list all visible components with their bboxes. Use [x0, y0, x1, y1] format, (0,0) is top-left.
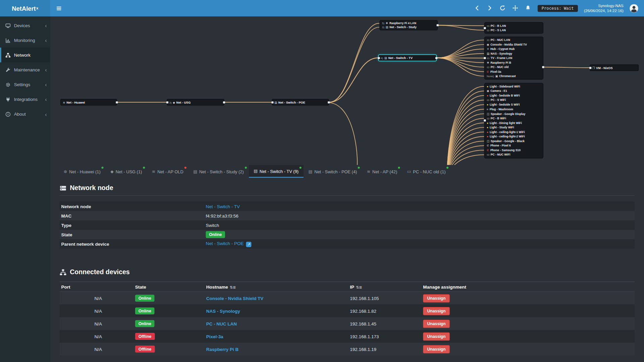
- state-badge: Offline: [135, 333, 155, 340]
- process-status-badge[interactable]: Process: Wait: [537, 5, 578, 12]
- top-bar: NetAlertx Process: Wait Synology-NAS (26…: [0, 0, 644, 16]
- parent-node-link[interactable]: Net - Switch - POE: [206, 241, 244, 246]
- tab-label: Net - Switch - Study (2): [199, 169, 244, 174]
- unassign-button[interactable]: Unassign: [423, 307, 450, 315]
- topology-device-pc-s-wifi[interactable]: ▭PC - S WiFi: [485, 98, 543, 103]
- topology-device-hub-cygnet-hub[interactable]: ✳Hub - Cygnet Hub: [485, 47, 543, 51]
- tv-icon: ▭: [487, 57, 489, 60]
- tab-net-usg-1[interactable]: ◆Net - USG (1): [106, 165, 147, 178]
- topology-device-light-bedside-s-wifi[interactable]: ●Light - bedside S WiFi: [485, 102, 543, 107]
- device-label: Camera - E1: [490, 89, 507, 93]
- vm-icon: ❐: [592, 66, 595, 69]
- settings-icon: [5, 82, 11, 87]
- node-label: Net - USG: [176, 100, 191, 104]
- device-label: Hub - Cygnet Hub: [490, 48, 515, 51]
- device-label: Pixel-3a: [490, 70, 501, 73]
- unassign-button[interactable]: Unassign: [423, 332, 450, 340]
- unassign-button[interactable]: Unassign: [423, 345, 450, 353]
- topology-device-raspberry-pi-4-lan[interactable]: 5)❖Raspberry Pi 4 LAN: [380, 21, 437, 25]
- sidebar-item-integrations[interactable]: Integrations‹: [0, 92, 50, 107]
- sidebar-item-settings[interactable]: Settings‹: [0, 77, 50, 92]
- topology-node-net-usg[interactable]: 3)◆Net - USG: [167, 99, 224, 105]
- tab-net-huawei-1[interactable]: ⊕Net - Huawei (1): [59, 165, 105, 178]
- tab-net-ap-old[interactable]: ≋Net - AP OLD: [147, 165, 188, 178]
- topology-device-plug-washroom[interactable]: ≡Plug - Washroom: [485, 107, 543, 112]
- topology-device-nas-synology[interactable]: ▤NAS - Synology: [485, 51, 543, 56]
- device-label: NAS - Synology: [491, 52, 512, 55]
- topology-device-phone-pixel-6[interactable]: ✆Phone - Pixel 6: [485, 143, 543, 148]
- topology-device-speaker-google-black[interactable]: ◫Speaker - Google - Black: [485, 139, 543, 143]
- tab-net-switch-poe-4[interactable]: ▤Net - Switch - POE (4): [304, 165, 362, 178]
- column-header-ip[interactable]: IP⇅≣: [350, 284, 423, 289]
- topology-device-raspberry-pi-b[interactable]: ❖Raspberry Pi B: [485, 60, 543, 65]
- sort-icon[interactable]: ⇅≣: [356, 285, 362, 289]
- topology-node-net-huawei[interactable]: ≋Net - Huawei: [61, 99, 117, 105]
- hostname-link[interactable]: Raspberry Pi B: [206, 347, 239, 352]
- topology-device-pc-b-wifi[interactable]: ▭PC - B WiFi: [485, 116, 543, 121]
- phone-icon: ✆: [487, 149, 489, 152]
- topology-device-light-ceiling-light-1-wifi[interactable]: ●Light - ceiling-light-1 WiFi: [485, 130, 543, 134]
- hostname-link[interactable]: Pixel-3a: [206, 334, 223, 339]
- user-avatar[interactable]: [630, 4, 638, 13]
- topology-node-net-switch-tv[interactable]: 4)▤Net - Switch - TV: [379, 55, 436, 61]
- sidebar-item-devices[interactable]: Devices‹: [0, 18, 50, 33]
- hostname-link[interactable]: Console - Nvidia Shield TV: [206, 296, 264, 301]
- back-icon[interactable]: [474, 5, 481, 12]
- sidebar-item-maintenance[interactable]: Maintenance‹: [0, 62, 50, 77]
- topology-device-light-study-wifi[interactable]: ●Light - Study WiFi: [485, 125, 543, 130]
- topology-device-pc-nuc-old[interactable]: ▭PC - NUC old: [485, 65, 543, 69]
- forward-icon[interactable]: [487, 5, 493, 12]
- move-icon[interactable]: [512, 5, 519, 12]
- hostname-link[interactable]: PC - NUC LAN: [206, 321, 237, 326]
- topology-device-pc-nuc-lan[interactable]: ▭PC - NUC LAN: [485, 38, 543, 42]
- unassign-button[interactable]: Unassign: [423, 319, 450, 327]
- topology-group-pcb: ▭PC - B LAN▭PC - S LAN: [485, 22, 543, 33]
- network-topology[interactable]: ≋Net - Huawei3)◆Net - USG▤Net - Switch -…: [50, 16, 644, 165]
- raspberry-icon: ❖: [386, 22, 388, 25]
- host-name: Synology-NAS: [584, 3, 624, 8]
- wifi-icon: ≋: [152, 169, 155, 173]
- topology-node-net-switch-poe[interactable]: ▤Net - Switch - POE: [272, 99, 329, 105]
- topology-device-tv-frame-lan[interactable]: ▭TV - Frame LAN: [485, 56, 543, 60]
- topology-device-light-ceiling-light-2-wifi[interactable]: ●Light - ceiling-light-2 WiFi: [485, 134, 543, 139]
- topology-node-vm-nixos[interactable]: ❐VM - NixOS: [590, 65, 638, 70]
- device-label: PC - S WiFi: [491, 99, 506, 102]
- topology-device-pc-nuc-wifi[interactable]: ▭PC - NUC WiFi: [485, 153, 543, 157]
- external-link-icon[interactable]: ↗: [246, 242, 252, 247]
- topology-device-light-dining-light-wifi[interactable]: ●Light - Dining light WiFi: [485, 121, 543, 125]
- topology-device-speaker-google-display[interactable]: ◫Speaker - Google Display: [485, 112, 543, 116]
- refresh-icon[interactable]: [499, 5, 506, 12]
- topology-device-light-bedside-b-wifi[interactable]: ●Light - bedside B WiFi: [485, 93, 543, 98]
- unassign-button[interactable]: Unassign: [423, 294, 450, 302]
- device-label: Light - ceiling-light-2 WiFi: [490, 135, 525, 138]
- sidebar-item-monitoring[interactable]: Monitoring‹: [0, 33, 50, 48]
- topology-device-phone-samsung-s10[interactable]: ✆Phone - Samsung S10: [485, 148, 543, 153]
- topology-device-net-switch-study[interactable]: 3)▤Net - Switch - Study: [380, 25, 437, 29]
- menu-toggle-button[interactable]: [50, 0, 67, 16]
- connector-handle: [378, 57, 380, 59]
- topology-device-pixel-3a[interactable]: ✆Pixel-3a: [485, 69, 543, 74]
- column-header-port: Port: [61, 284, 135, 289]
- sidebar-item-network[interactable]: Network: [0, 48, 50, 62]
- sort-icon[interactable]: ⇅≣: [230, 285, 236, 289]
- topology-device-console-nvidia-shield-tv[interactable]: ◉Console - Nvidia Shield TV: [485, 42, 543, 47]
- column-header-hostname[interactable]: Hostname⇅≣: [206, 284, 350, 289]
- topology-device-chromecast[interactable]: None)▣Chromecast: [485, 74, 543, 78]
- node-link[interactable]: Net - Switch - TV: [206, 204, 240, 209]
- tab-label: Net - AP (42): [372, 169, 397, 174]
- app-logo[interactable]: NetAlertx: [0, 0, 50, 16]
- tab-net-switch-study-2[interactable]: ▤Net - Switch - Study (2): [188, 165, 249, 178]
- topology-edge: [329, 27, 379, 102]
- sidebar-item-about[interactable]: About‹: [0, 107, 50, 121]
- topology-device-light-sideboard-wifi[interactable]: ●Light - Sideboard WiFi: [485, 84, 543, 89]
- notifications-bell-icon[interactable]: [525, 5, 531, 12]
- device-label: PC - B LAN: [491, 24, 506, 27]
- tab-pc-nuc-old-1[interactable]: ▭PC - NUC old (1): [402, 165, 450, 178]
- topology-device-pc-b-lan[interactable]: ▭PC - B LAN: [485, 23, 543, 28]
- hostname-link[interactable]: NAS - Synology: [206, 308, 240, 313]
- topology-device-pc-s-lan[interactable]: ▭PC - S LAN: [485, 28, 543, 32]
- table-row: N/AOnlineNAS - Synology192.168.1.82Unass…: [60, 305, 635, 317]
- tab-net-ap-42[interactable]: ≋Net - AP (42): [362, 165, 402, 178]
- topology-device-camera-e1[interactable]: ◉Camera - E1: [485, 89, 543, 94]
- tab-net-switch-tv-9[interactable]: ▤Net - Switch - TV (9): [249, 165, 303, 178]
